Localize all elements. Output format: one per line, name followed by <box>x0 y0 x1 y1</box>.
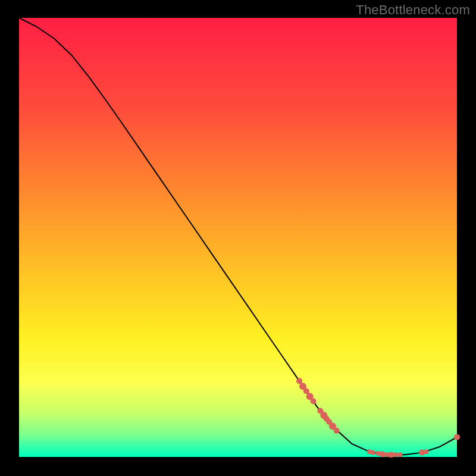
data-point <box>454 434 460 440</box>
plot-background <box>19 18 457 457</box>
chart-container: TheBottleneck.com <box>0 0 476 476</box>
watermark-text: TheBottleneck.com <box>356 2 470 18</box>
data-point <box>419 450 425 456</box>
data-point <box>397 452 402 457</box>
data-point <box>311 398 317 404</box>
bottleneck-chart <box>0 0 476 476</box>
data-point <box>393 452 398 457</box>
data-point <box>371 450 375 455</box>
data-point <box>424 449 428 454</box>
data-point <box>334 428 340 434</box>
